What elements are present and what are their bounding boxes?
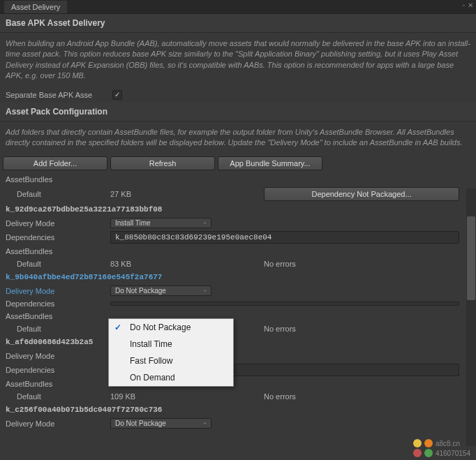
dependencies-label: Dependencies	[6, 233, 110, 242]
menu-item-on-demand[interactable]: On Demand	[109, 369, 233, 386]
delivery-mode-dropdown[interactable]: Do Not Package÷	[110, 418, 211, 429]
default-label: Default	[6, 392, 110, 401]
base-apk-help-text: When building an Android App Bundle (AAB…	[0, 33, 476, 87]
chevron-down-icon: ÷	[204, 220, 207, 226]
toolbar-buttons: Add Folder... Refresh App Bundle Summary…	[0, 154, 476, 173]
delivery-mode-menu: Do Not Package Install Time Fast Follow …	[108, 318, 234, 387]
section-base-apk-header: Base APK Asset Delivery	[0, 14, 476, 33]
delivery-mode-dropdown[interactable]: Do Not Package÷	[110, 285, 211, 296]
chevron-down-icon: ÷	[204, 420, 207, 426]
refresh-button[interactable]: Refresh	[110, 156, 215, 170]
dependencies-value	[110, 302, 459, 306]
dependencies-label: Dependencies	[6, 366, 110, 374]
badge-icon	[424, 449, 433, 457]
window-lock-icon[interactable]: ▫	[462, 1, 465, 9]
default-label: Default	[6, 190, 110, 198]
delivery-mode-label: Delivery Mode	[6, 287, 110, 295]
separate-base-apk-row: Separate Base APK Asse ✓	[0, 87, 476, 103]
delivery-mode-label: Delivery Mode	[6, 420, 110, 428]
delivery-mode-label: Delivery Mode	[6, 219, 110, 228]
pack-id: k_9b040afbbe4ed72b87160e545f2a7677	[3, 270, 473, 284]
assetbundles-label: AssetBundles	[6, 380, 110, 388]
delivery-mode-dropdown[interactable]: Install Time÷	[110, 218, 211, 228]
pack-id: k_92d9ca267bdbbe25a3221a77183bbf08	[3, 202, 473, 216]
badge-icon	[413, 439, 422, 447]
titlebar: Asset Delivery ▫ ✕	[0, 0, 476, 14]
close-icon[interactable]: ✕	[468, 1, 473, 9]
section-pack-config-header: Asset Pack Configuration	[0, 103, 476, 121]
window-title-tab[interactable]: Asset Delivery	[4, 1, 67, 13]
errors-value: No errors	[264, 325, 296, 333]
badge-icon	[413, 449, 422, 457]
asset-pack-list: AssetBundles Default 27 KB Dependency No…	[0, 173, 476, 430]
chevron-down-icon: ÷	[204, 288, 207, 294]
size-value: 83 KB	[110, 260, 264, 268]
badge-icon	[424, 439, 433, 447]
default-label: Default	[6, 325, 110, 333]
delivery-mode-label: Delivery Mode	[6, 352, 110, 360]
separate-base-apk-label: Separate Base APK Asse	[6, 91, 107, 99]
pack-id: k_af6d00686d423b2a5	[3, 335, 473, 349]
dependencies-value: k_8850b80c83c83d69239e195e0aec8e04	[110, 231, 459, 244]
assetbundles-label: AssetBundles	[6, 175, 110, 184]
footer-link[interactable]: 416070154	[436, 450, 470, 457]
app-bundle-summary-button[interactable]: App Bundle Summary...	[218, 156, 322, 170]
separate-base-apk-checkbox[interactable]: ✓	[112, 90, 122, 100]
footer-link[interactable]: a8c8.cn	[436, 440, 460, 447]
assetbundles-label: AssetBundles	[6, 247, 110, 255]
vertical-scrollbar[interactable]	[466, 188, 476, 446]
menu-item-fast-follow[interactable]: Fast Follow	[109, 353, 233, 369]
dependencies-label: Dependencies	[6, 299, 110, 308]
footer-badges: a8c8.cn 416070154	[413, 439, 470, 457]
errors-value: No errors	[264, 392, 296, 401]
size-value: 27 KB	[110, 190, 264, 198]
pack-id: k_c256f00a40b071b5dc0407f72780c736	[3, 403, 473, 417]
window-controls: ▫ ✕	[462, 1, 473, 9]
errors-value: No errors	[264, 260, 296, 268]
assetbundles-label: AssetBundles	[6, 312, 110, 320]
pack-config-help-text: Add folders that directly contain AssetB…	[0, 121, 476, 154]
menu-item-do-not-package[interactable]: Do Not Package	[109, 319, 233, 336]
size-value: 109 KB	[110, 392, 264, 401]
default-label: Default	[6, 260, 110, 268]
dependency-not-packaged-button[interactable]: Dependency Not Packaged...	[264, 187, 459, 201]
menu-item-install-time[interactable]: Install Time	[109, 336, 233, 353]
scrollbar-thumb[interactable]	[467, 216, 475, 300]
add-folder-button[interactable]: Add Folder...	[3, 156, 107, 170]
